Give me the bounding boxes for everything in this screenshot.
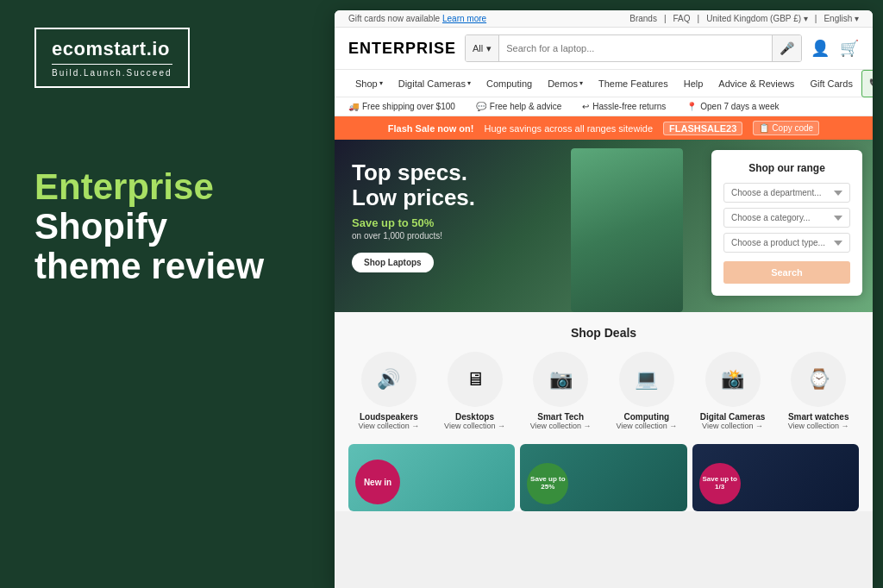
return-icon: ↩: [582, 102, 589, 111]
brands-link[interactable]: Brands: [629, 14, 657, 23]
info-open: 📍 Open 7 days a week: [686, 102, 779, 111]
brand-bar: ENTERPRISE All ▾ 🎤 👤 🛒: [335, 28, 873, 70]
save-25-card[interactable]: Save up to 25%: [520, 444, 686, 511]
nav-theme-features[interactable]: Theme Features: [592, 73, 675, 94]
hero-woman-image: [571, 148, 683, 312]
browser-mockup: Gift cards now available Learn more Bran…: [335, 10, 873, 588]
loudspeakers-icon[interactable]: 🔊: [361, 352, 416, 407]
expert-help-button[interactable]: 📞 Expert help: [861, 70, 873, 97]
range-widget-title: Shop our range: [723, 162, 850, 174]
computing-icon[interactable]: 💻: [619, 352, 674, 407]
search-input[interactable]: [499, 35, 772, 61]
brand-name: ENTERPRISE: [348, 40, 456, 58]
new-in-card[interactable]: New in: [348, 444, 515, 511]
desktops-link[interactable]: View collection →: [444, 422, 505, 430]
save-25-badge: Save up to 25%: [527, 463, 568, 504]
location-icon: 📍: [686, 102, 697, 111]
copy-code-button[interactable]: 📋 Copy code: [753, 121, 819, 135]
category-select[interactable]: Choose a category...: [723, 208, 850, 228]
smart-tech-icon[interactable]: 📷: [533, 352, 588, 407]
save-third-card[interactable]: Save up to 1/3: [692, 444, 859, 511]
account-icon[interactable]: 👤: [811, 39, 830, 58]
nav-gift-cards[interactable]: Gift Cards: [803, 73, 860, 94]
help-icon: 💬: [476, 102, 486, 111]
title-highlight: Enterprise: [34, 167, 264, 207]
new-in-badge: New in: [355, 460, 400, 504]
left-panel: ecomstart.io Build.Launch.Succeed Enterp…: [0, 0, 335, 588]
digital-cameras-link[interactable]: View collection →: [702, 422, 763, 430]
shop-laptops-button[interactable]: Shop Laptops: [352, 253, 434, 272]
info-help: 💬 Free help & advice: [476, 102, 561, 111]
shop-deals-section: Shop Deals 🔊 Loudspeakers View collectio…: [335, 312, 873, 444]
deal-smart-watches: ⌚ Smart watches View collection →: [778, 352, 859, 430]
copy-icon: 📋: [759, 123, 769, 133]
truck-icon: 🚚: [348, 102, 359, 111]
flash-sale-bar: Flash Sale now on! Huge savings across a…: [335, 116, 873, 140]
flash-sale-desc: Huge savings across all ranges sitewide: [484, 123, 653, 134]
top-bar: Gift cards now available Learn more Bran…: [335, 10, 873, 28]
search-wrapper: All ▾ 🎤: [465, 34, 802, 62]
nav-digital-cameras[interactable]: Digital Cameras ▾: [391, 73, 478, 94]
review-title: Enterprise Shopify theme review: [34, 167, 264, 287]
nav-computing[interactable]: Computing: [479, 73, 539, 94]
deals-grid: 🔊 Loudspeakers View collection → 🖥 Deskt…: [348, 352, 859, 430]
hero-section: Top specs. Low prices. Save up to 50% on…: [335, 140, 873, 312]
cart-icon[interactable]: 🛒: [840, 39, 859, 58]
deal-smart-tech: 📷 Smart Tech View collection →: [520, 352, 601, 430]
department-select[interactable]: Choose a department...: [723, 183, 850, 203]
nav-advice[interactable]: Advice & Reviews: [711, 73, 801, 94]
deal-loudspeakers: 🔊 Loudspeakers View collection →: [348, 352, 429, 430]
deal-desktops: 🖥 Desktops View collection →: [435, 352, 516, 430]
smart-watches-icon[interactable]: ⌚: [791, 352, 846, 407]
loudspeakers-link[interactable]: View collection →: [358, 422, 419, 430]
faq-link[interactable]: FAQ: [673, 14, 691, 23]
flash-sale-label: Flash Sale now on!: [388, 123, 474, 134]
deal-digital-cameras: 📸 Digital Cameras View collection →: [692, 352, 773, 430]
smart-watches-link[interactable]: View collection →: [788, 422, 849, 430]
info-shipping: 🚚 Free shipping over $100: [348, 102, 455, 111]
nav-demos[interactable]: Demos ▾: [541, 73, 590, 94]
bottom-cards: New in Save up to 25% Save up to 1/3: [335, 444, 873, 511]
info-returns: ↩ Hassle-free returns: [582, 102, 666, 111]
range-search-button[interactable]: Search: [723, 261, 850, 284]
save-third-badge: Save up to 1/3: [699, 463, 741, 504]
nav-bar: Shop ▾ Digital Cameras ▾ Computing Demos…: [335, 70, 873, 97]
learn-more-link[interactable]: Learn more: [442, 14, 486, 23]
digital-cameras-icon[interactable]: 📸: [705, 352, 761, 407]
logo-sub: Build.Launch.Succeed: [52, 64, 172, 78]
flash-coupon-code: FLASHSALE23: [663, 122, 742, 135]
currency-selector[interactable]: United Kingdom (GBP £) ▾: [706, 14, 808, 23]
smart-tech-link[interactable]: View collection →: [530, 422, 592, 430]
info-bar: 🚚 Free shipping over $100 💬 Free help & …: [335, 97, 873, 116]
logo-main: ecomstart.io: [52, 38, 172, 60]
desktops-icon[interactable]: 🖥: [448, 352, 503, 407]
computing-link[interactable]: View collection →: [616, 422, 677, 430]
top-bar-right-links: Brands | FAQ | United Kingdom (GBP £) ▾ …: [629, 14, 859, 23]
brand-icons: 👤 🛒: [811, 39, 859, 58]
shop-range-widget: Shop our range Choose a department... Ch…: [711, 150, 862, 296]
language-selector[interactable]: English ▾: [824, 14, 859, 23]
gift-card-notice: Gift cards now available Learn more: [348, 14, 486, 23]
nav-shop[interactable]: Shop ▾: [348, 73, 390, 94]
search-category-select[interactable]: All ▾: [466, 35, 499, 61]
mic-button[interactable]: 🎤: [772, 35, 801, 61]
shop-deals-title: Shop Deals: [348, 326, 859, 340]
phone-icon: 📞: [869, 78, 873, 88]
logo: ecomstart.io Build.Launch.Succeed: [34, 28, 190, 88]
product-type-select[interactable]: Choose a product type...: [723, 233, 850, 253]
deal-computing: 💻 Computing View collection →: [606, 352, 687, 430]
nav-help[interactable]: Help: [677, 73, 711, 94]
title-rest: Shopify theme review: [34, 207, 264, 286]
